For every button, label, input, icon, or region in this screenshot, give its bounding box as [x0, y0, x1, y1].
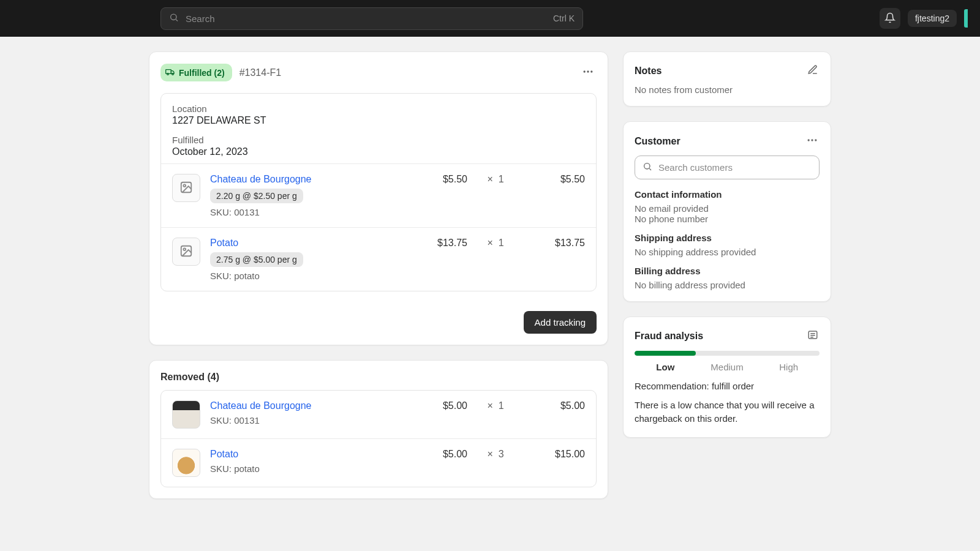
search-shortcut: Ctrl K: [553, 13, 575, 23]
fulfilled-date: October 12, 2023: [172, 146, 585, 157]
unit-price: $13.75: [394, 238, 467, 249]
notifications-button[interactable]: [880, 8, 900, 29]
sku-label: SKU: potato: [210, 463, 384, 474]
svg-point-7: [590, 70, 592, 72]
product-thumbnail: [172, 238, 200, 266]
product-link[interactable]: Chateau de Bourgogne: [210, 174, 311, 184]
fraud-high-label: High: [758, 362, 820, 372]
unit-price: $5.00: [394, 400, 467, 411]
location-label: Location: [172, 103, 585, 114]
truck-icon: [165, 67, 175, 78]
qty: × 3: [477, 449, 514, 460]
fraud-meter-fill: [635, 351, 696, 356]
svg-point-15: [644, 163, 650, 169]
location-value: 1227 DELAWARE ST: [172, 115, 585, 126]
customer-search[interactable]: [635, 156, 820, 179]
product-thumbnail: [172, 174, 200, 202]
fraud-details-button[interactable]: [806, 328, 820, 343]
notes-card: Notes No notes from customer: [623, 51, 831, 107]
topbar: Ctrl K fjtesting2: [0, 0, 980, 37]
pencil-icon: [807, 67, 818, 77]
fraud-recommendation: Recommendation: fulfill order: [635, 380, 820, 394]
more-horizontal-icon: [806, 138, 818, 148]
sku-label: SKU: 00131: [210, 207, 384, 217]
customer-title: Customer: [635, 136, 680, 147]
fraud-medium-label: Medium: [696, 362, 758, 372]
svg-point-5: [584, 70, 586, 72]
customer-more-button[interactable]: [805, 133, 820, 149]
bell-icon: [884, 12, 895, 25]
product-link[interactable]: Potato: [210, 449, 238, 459]
fraud-card: Fraud analysis Low Medium High Recommend…: [623, 317, 831, 438]
line-item: Potato 2.75 g @ $5.00 per g SKU: potato …: [161, 227, 596, 291]
svg-point-14: [815, 139, 816, 141]
unit-price: $5.50: [394, 174, 467, 185]
line-item: Potato SKU: potato $5.00 × 3 $15.00: [161, 438, 596, 487]
sku-label: SKU: potato: [210, 271, 384, 281]
notes-empty: No notes from customer: [635, 84, 820, 95]
svg-point-13: [811, 139, 813, 141]
svg-point-12: [808, 139, 810, 141]
more-horizontal-icon: [582, 69, 594, 80]
add-tracking-button[interactable]: Add tracking: [524, 311, 597, 334]
product-thumbnail: [172, 400, 200, 429]
fraud-low-label: Low: [635, 362, 696, 372]
image-icon: [179, 244, 193, 260]
billing-heading: Billing address: [635, 266, 820, 276]
contact-heading: Contact information: [635, 189, 820, 200]
list-icon: [807, 332, 818, 342]
search-input[interactable]: [160, 7, 583, 30]
product-thumbnail: [172, 449, 200, 477]
search-icon: [169, 13, 179, 24]
svg-line-16: [649, 168, 651, 170]
svg-point-0: [171, 14, 176, 20]
svg-point-11: [183, 248, 186, 250]
product-link[interactable]: Potato: [210, 238, 238, 248]
global-search[interactable]: Ctrl K: [160, 7, 583, 30]
variant-chip: 2.20 g @ $2.50 per g: [210, 189, 303, 203]
no-billing: No billing address provided: [635, 280, 820, 290]
search-icon: [643, 162, 652, 173]
line-item: Chateau de Bourgogne SKU: 00131 $5.00 × …: [161, 391, 596, 438]
no-phone: No phone number: [635, 214, 820, 224]
edit-notes-button[interactable]: [806, 63, 820, 78]
svg-point-9: [183, 184, 186, 187]
fulfilled-label: Fulfilled: [172, 135, 585, 145]
fulfillment-more-button[interactable]: [579, 63, 597, 82]
username-label: fjtesting2: [915, 13, 949, 23]
qty: × 1: [477, 238, 514, 249]
sku-label: SKU: 00131: [210, 415, 384, 425]
line-total: $5.50: [524, 174, 585, 185]
notes-title: Notes: [635, 66, 662, 77]
customer-search-input[interactable]: [658, 162, 812, 173]
no-email: No email provided: [635, 203, 820, 214]
removed-title: Removed (4): [149, 361, 608, 390]
line-total: $5.00: [524, 400, 585, 411]
image-icon: [179, 181, 193, 196]
fraud-meter: [635, 351, 820, 356]
customer-card: Customer Contact information No email pr…: [623, 121, 831, 302]
no-shipping: No shipping address provided: [635, 247, 820, 257]
unit-price: $5.00: [394, 449, 467, 460]
product-link[interactable]: Chateau de Bourgogne: [210, 400, 311, 411]
line-total: $15.00: [524, 449, 585, 460]
variant-chip: 2.75 g @ $5.00 per g: [210, 252, 303, 267]
qty: × 1: [477, 400, 514, 411]
avatar[interactable]: [964, 9, 968, 28]
status-badge: Fulfilled (2): [160, 64, 232, 81]
fraud-detail: There is a low chance that you will rece…: [635, 399, 820, 426]
status-badge-label: Fulfilled (2): [179, 68, 225, 78]
line-item: Chateau de Bourgogne 2.20 g @ $2.50 per …: [161, 163, 596, 227]
fulfillment-card: Fulfilled (2) #1314-F1 Location 1227 DEL…: [149, 51, 608, 345]
qty: × 1: [477, 174, 514, 185]
fraud-title: Fraud analysis: [635, 331, 703, 342]
fulfillment-id: #1314-F1: [239, 67, 282, 78]
svg-point-6: [587, 70, 589, 72]
svg-line-1: [176, 20, 178, 21]
line-total: $13.75: [524, 238, 585, 249]
removed-card: Removed (4) Chateau de Bourgogne SKU: 00…: [149, 360, 608, 499]
shipping-heading: Shipping address: [635, 233, 820, 243]
user-menu[interactable]: fjtesting2: [908, 10, 957, 27]
